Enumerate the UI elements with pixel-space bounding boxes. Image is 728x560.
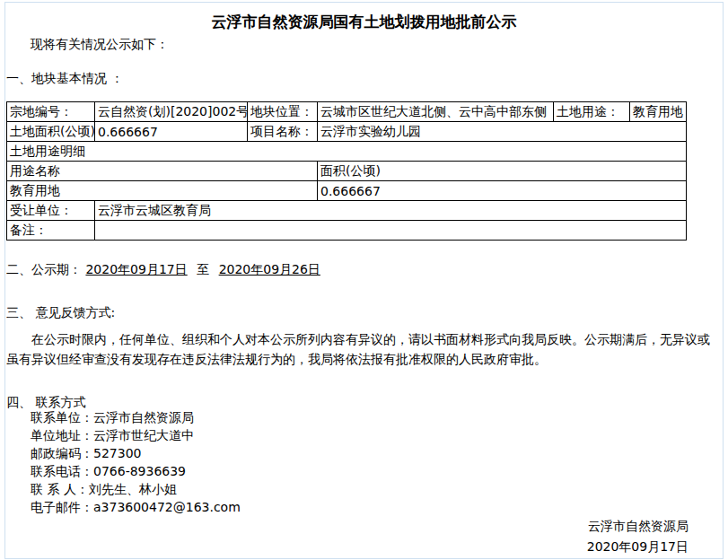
use-area-header: 面积(公顷) [318,162,687,181]
contact-address-value: 云浮市世纪大道中 [93,428,194,442]
table-row: 用途名称 面积(公顷) [7,162,687,181]
publicity-end-date: 2020年09月26日 [219,262,320,276]
use-area-value: 0.666667 [318,181,687,201]
section3-heading: 三、 意见反馈方式: [6,305,115,321]
contact-postcode-label: 邮政编码： [31,446,93,460]
table-row: 教育用地 0.666667 [7,181,687,201]
contact-phone-line: 联系电话：0766-8936639 [31,462,241,480]
remark-value [95,221,687,241]
contact-info-block: 联系单位：云浮市自然资源局 单位地址：云浮市世纪大道中 邮政编码：527300 … [31,408,241,516]
contact-email-line: 电子邮件：a373600472@163.com [31,498,241,516]
table-row: 土地用途明细 [7,142,687,162]
signature-block: 云浮市自然资源局 2020年09月17日 [587,516,689,557]
use-name-header: 用途名称 [7,162,318,181]
parcel-info-table: 宗地编号： 云自然资(划)[2020]002号 地块位置： 云城市区世纪大道北侧… [6,101,687,241]
contact-unit-line: 联系单位：云浮市自然资源局 [31,408,241,426]
contact-unit-value: 云浮市自然资源局 [93,410,194,424]
feedback-paragraph: 在公示时限内，任何单位、组织和个人对本公示所列内容有异议的，请以书面材料形式向我… [6,329,717,369]
contact-phone-label: 联系电话： [31,464,93,478]
location-label: 地块位置： [248,102,318,122]
contact-postcode-line: 邮政编码：527300 [31,444,241,462]
grantee-value: 云浮市云城区教育局 [95,201,687,221]
intro-text: 现将有关情况公示如下： [31,37,169,53]
contact-person-line: 联 系 人：刘先生、林小姐 [31,480,241,498]
contact-person-value: 刘先生、林小姐 [89,482,177,496]
land-use-value: 教育用地 [630,102,687,122]
publicity-period-label: 二、公示期： [6,262,82,276]
section1-heading: 一、地块基本情况 ： [6,71,123,87]
contact-address-line: 单位地址：云浮市世纪大道中 [31,426,241,444]
location-value: 云城市区世纪大道北侧、云中高中部东侧 [318,102,554,122]
project-value: 云浮市实验幼儿园 [318,122,687,142]
contact-email-value: a373600472@163.com [93,500,241,514]
contact-phone-value: 0766-8936639 [93,464,186,478]
publicity-date-separator: 至 [197,262,209,276]
signature-date: 2020年09月17日 [587,537,689,557]
table-row: 宗地编号： 云自然资(划)[2020]002号 地块位置： 云城市区世纪大道北侧… [7,102,687,122]
signature-org: 云浮市自然资源局 [587,516,689,537]
parcel-no-value: 云自然资(划)[2020]002号 [95,102,248,122]
parcel-no-label: 宗地编号： [7,102,95,122]
table-row: 受让单位： 云浮市云城区教育局 [7,201,687,221]
land-use-detail-heading: 土地用途明细 [7,142,687,162]
publicity-start-date: 2020年09月17日 [85,262,187,276]
contact-address-label: 单位地址： [31,428,93,442]
area-value: 0.666667 [95,122,248,142]
remark-label: 备注： [7,221,95,241]
contact-person-label: 联 系 人： [31,482,89,496]
land-use-label: 土地用途： [554,102,630,122]
use-name-value: 教育用地 [7,181,318,201]
grantee-label: 受让单位： [7,201,95,221]
notice-page: 云浮市自然资源局国有土地划拨用地批前公示 现将有关情况公示如下： 一、地块基本情… [4,2,724,559]
publicity-period-line: 二、公示期： 2020年09月17日 至 2020年09月26日 [6,262,320,278]
contact-email-label: 电子邮件： [31,500,93,514]
area-label: 土地面积(公顷)： [7,122,95,142]
table-row: 备注： [7,221,687,241]
page-title: 云浮市自然资源局国有土地划拨用地批前公示 [5,12,723,32]
table-row: 土地面积(公顷)： 0.666667 项目名称： 云浮市实验幼儿园 [7,122,687,142]
contact-postcode-value: 527300 [93,446,141,460]
contact-unit-label: 联系单位： [31,410,93,424]
project-label: 项目名称： [248,122,318,142]
